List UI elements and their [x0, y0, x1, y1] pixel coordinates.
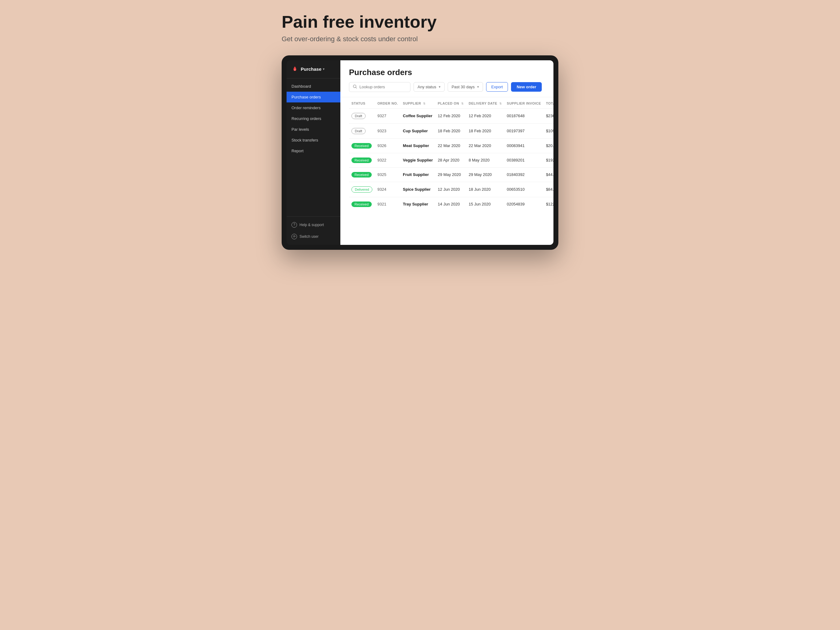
cell-invoice-2: 00083941: [504, 138, 543, 153]
cell-supplier-1: Cup Supplier: [400, 123, 435, 138]
status-badge: Received: [351, 143, 372, 149]
cell-status-1: Draft: [349, 123, 375, 138]
sidebar: Purchase ▾ Dashboard Purchase orders Ord…: [287, 60, 340, 245]
help-support-item[interactable]: ? Help & support: [287, 219, 340, 231]
cell-status-3: Received: [349, 153, 375, 167]
placed-on-sort-icon: ⇅: [461, 102, 464, 105]
switch-user-icon: ⟳: [292, 234, 297, 239]
cell-placed-on-4: 29 May 2020: [435, 167, 466, 182]
cell-placed-on-0: 12 Feb 2020: [435, 108, 466, 123]
cell-invoice-5: 00653510: [504, 182, 543, 197]
cell-delivery-date-6: 15 Jun 2020: [466, 197, 504, 211]
status-filter-chevron-icon: ▾: [439, 85, 441, 89]
flame-icon: [292, 66, 298, 73]
orders-table-wrapper: STATUS ORDER NO. SUPPLIER ⇅ PLACED ON ⇅: [340, 97, 553, 245]
status-badge: Draft: [351, 113, 366, 119]
page-title: Purchase orders: [349, 68, 545, 77]
table-row[interactable]: Received 9326 Meat Supplier 22 Mar 2020 …: [349, 138, 553, 153]
sidebar-item-par-levels[interactable]: Par levels: [287, 124, 340, 135]
supplier-sort-icon: ⇅: [423, 102, 426, 105]
sidebar-item-stock-transfers[interactable]: Stock transfers: [287, 135, 340, 146]
sidebar-nav: Dashboard Purchase orders Order reminder…: [287, 78, 340, 216]
device-frame: Purchase ▾ Dashboard Purchase orders Ord…: [282, 55, 558, 250]
table-row[interactable]: Received 9322 Veggie Supplier 28 Apr 202…: [349, 153, 553, 167]
sidebar-item-recurring-orders[interactable]: Recurring orders: [287, 113, 340, 124]
sidebar-item-purchase-orders[interactable]: Purchase orders: [287, 92, 340, 103]
status-badge: Draft: [351, 128, 366, 134]
cell-delivery-date-5: 18 Jun 2020: [466, 182, 504, 197]
sidebar-item-order-reminders[interactable]: Order reminders: [287, 103, 340, 113]
cell-delivery-date-1: 18 Feb 2020: [466, 123, 504, 138]
cell-supplier-4: Fruit Supplier: [400, 167, 435, 182]
search-box[interactable]: [349, 82, 411, 92]
cell-delivery-date-3: 8 May 2020: [466, 153, 504, 167]
cell-order-no-4: 9325: [375, 167, 400, 182]
date-filter-label: Past 30 days: [452, 85, 475, 89]
date-filter-chevron-icon: ▾: [477, 85, 479, 89]
col-order-no: ORDER NO.: [375, 97, 400, 109]
sidebar-brand[interactable]: Purchase ▾: [301, 66, 324, 72]
device-screen: Purchase ▾ Dashboard Purchase orders Ord…: [287, 60, 553, 245]
col-status: STATUS: [349, 97, 375, 109]
cell-delivery-date-4: 29 May 2020: [466, 167, 504, 182]
cell-delivery-date-2: 22 Mar 2020: [466, 138, 504, 153]
cell-total-1: $109.00: [543, 123, 553, 138]
cell-order-no-0: 9327: [375, 108, 400, 123]
brand-chevron-icon: ▾: [323, 67, 324, 71]
search-input[interactable]: [359, 85, 406, 89]
cell-status-0: Draft: [349, 108, 375, 123]
cell-order-no-6: 9321: [375, 197, 400, 211]
main-content: Purchase orders Any: [340, 60, 553, 245]
col-supplier: SUPPLIER ⇅: [400, 97, 435, 109]
status-badge: Received: [351, 172, 372, 177]
cell-order-no-5: 9324: [375, 182, 400, 197]
cell-invoice-3: 00389201: [504, 153, 543, 167]
cell-status-5: Delivered: [349, 182, 375, 197]
switch-user-label: Switch user: [300, 234, 319, 239]
col-delivery-date: DELIVERY DATE ⇅: [466, 97, 504, 109]
hero-section: Pain free inventory Get over-ordering & …: [282, 12, 558, 43]
cell-invoice-1: 00197397: [504, 123, 543, 138]
status-filter[interactable]: Any status ▾: [414, 82, 445, 92]
cell-total-4: $44.00: [543, 167, 553, 182]
col-total: TOTAL(INC.): [543, 97, 553, 109]
toolbar: Any status ▾ Past 30 days ▾ Export New o…: [349, 82, 545, 92]
svg-line-1: [356, 87, 357, 88]
hero-subtitle: Get over-ordering & stock costs under co…: [282, 35, 558, 43]
switch-user-item[interactable]: ⟳ Switch user: [287, 231, 340, 242]
table-row[interactable]: Received 9325 Fruit Supplier 29 May 2020…: [349, 167, 553, 182]
cell-invoice-6: 02054839: [504, 197, 543, 211]
status-badge: Delivered: [351, 187, 373, 193]
delivery-date-sort-icon: ⇅: [499, 102, 502, 105]
cell-invoice-0: 00187648: [504, 108, 543, 123]
status-filter-label: Any status: [418, 85, 436, 89]
table-row[interactable]: Draft 9323 Cup Supplier 18 Feb 2020 18 F…: [349, 123, 553, 138]
hero-title: Pain free inventory: [282, 12, 558, 32]
cell-placed-on-1: 18 Feb 2020: [435, 123, 466, 138]
export-button[interactable]: Export: [486, 82, 508, 92]
search-icon: [353, 85, 357, 90]
cell-total-0: $236.00: [543, 108, 553, 123]
cell-supplier-2: Meat Supplier: [400, 138, 435, 153]
cell-total-2: $20.00: [543, 138, 553, 153]
date-filter[interactable]: Past 30 days ▾: [448, 82, 483, 92]
sidebar-item-dashboard[interactable]: Dashboard: [287, 81, 340, 92]
cell-order-no-1: 9323: [375, 123, 400, 138]
sidebar-item-report[interactable]: Report: [287, 146, 340, 156]
cell-order-no-2: 9326: [375, 138, 400, 153]
status-badge: Received: [351, 201, 372, 207]
new-order-button[interactable]: New order: [511, 82, 542, 92]
main-header: Purchase orders Any: [340, 60, 553, 97]
cell-placed-on-5: 12 Jun 2020: [435, 182, 466, 197]
table-body: Draft 9327 Coffee Supplier 12 Feb 2020 1…: [349, 108, 553, 211]
orders-table: STATUS ORDER NO. SUPPLIER ⇅ PLACED ON ⇅: [349, 97, 553, 211]
cell-supplier-0: Coffee Supplier: [400, 108, 435, 123]
cell-status-6: Received: [349, 197, 375, 211]
cell-status-4: Received: [349, 167, 375, 182]
table-row[interactable]: Received 9321 Tray Supplier 14 Jun 2020 …: [349, 197, 553, 211]
cell-invoice-4: 01840392: [504, 167, 543, 182]
table-header-row: STATUS ORDER NO. SUPPLIER ⇅ PLACED ON ⇅: [349, 97, 553, 109]
table-row[interactable]: Draft 9327 Coffee Supplier 12 Feb 2020 1…: [349, 108, 553, 123]
cell-delivery-date-0: 12 Feb 2020: [466, 108, 504, 123]
table-row[interactable]: Delivered 9324 Spice Supplier 12 Jun 202…: [349, 182, 553, 197]
